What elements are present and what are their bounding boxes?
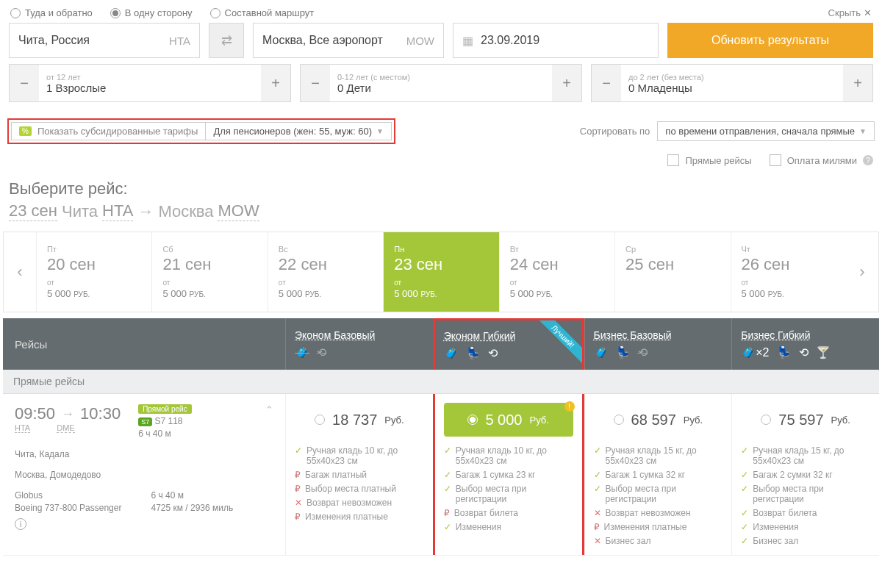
- feature-icon: ₽: [594, 522, 600, 532]
- duration-2: 6 ч 40 м: [151, 490, 233, 501]
- luggage-icon: 🧳: [444, 346, 459, 360]
- flight-row: 09:50→10:30 HTADME Прямой рейс S7 S7 118…: [3, 394, 879, 556]
- fare-header-biz-basic[interactable]: Бизнес Базовый 🧳💺⟲: [584, 318, 732, 370]
- subsidized-toggle[interactable]: % Показать субсидированные тарифы: [11, 122, 206, 140]
- children-plus[interactable]: +: [552, 65, 581, 101]
- feature-item: ✓Багаж 2 сумки 32 кг: [741, 470, 870, 480]
- chevron-down-icon: ▼: [859, 127, 867, 135]
- adults-minus[interactable]: −: [10, 65, 39, 101]
- feature-item: ₽Изменения платные: [594, 522, 723, 532]
- dates-next-button[interactable]: ›: [846, 232, 878, 312]
- feature-icon: ✕: [594, 536, 601, 546]
- feature-icon: ✓: [741, 536, 748, 546]
- calendar-icon: ▦: [462, 34, 473, 48]
- feature-icon: ✓: [741, 470, 748, 480]
- help-icon: ?: [863, 155, 873, 165]
- info-icon[interactable]: i: [15, 518, 26, 530]
- adults-plus[interactable]: +: [261, 65, 290, 101]
- feature-item: ✕Возврат невозможен: [594, 508, 723, 518]
- pay-miles-checkbox[interactable]: Оплата милями?: [770, 154, 873, 166]
- luggage-off-icon: 🧳: [295, 345, 309, 359]
- sort-select[interactable]: по времени отправления, сначала прямые ▼: [657, 121, 875, 141]
- day-2[interactable]: Вс22 сенот5 000 РУБ.: [268, 232, 383, 312]
- day-3-selected[interactable]: Пн23 сенот5 000 РУБ.: [383, 232, 498, 312]
- feature-item: ✓Возврат билета: [741, 508, 870, 518]
- price-econ-flex[interactable]: 5 000Руб.!: [444, 403, 573, 437]
- feature-item: ✓Изменения: [444, 522, 573, 532]
- feature-icon: ₽: [295, 470, 301, 480]
- fare-header-flights: Рейсы: [3, 318, 285, 370]
- feature-item: ✕Бизнес зал: [594, 536, 723, 546]
- day-0[interactable]: Пт20 сенот5 000 РУБ.: [36, 232, 151, 312]
- feature-item: ✓Выбор места при регистрации: [444, 484, 573, 504]
- feature-item: ₽Изменения платные: [295, 512, 424, 522]
- adults-stepper: − от 12 лет1 Взрослые +: [9, 64, 291, 102]
- refresh-icon: ⟲: [488, 346, 498, 360]
- collapse-button[interactable]: ⌃: [265, 404, 273, 415]
- subsidized-select[interactable]: Для пенсионеров (жен: 55, муж: 60) ▼: [206, 122, 392, 140]
- update-results-button[interactable]: Обновить результаты: [667, 23, 873, 58]
- feature-item: ₽Выбор места платный: [295, 484, 424, 494]
- feature-item: ✓Бизнес зал: [741, 536, 870, 546]
- dep-code: HTA: [15, 423, 30, 433]
- date-field[interactable]: ▦: [453, 23, 659, 58]
- seat-icon: 💺: [777, 345, 792, 359]
- feature-item: ✓Ручная кладь 10 кг, до 55x40x23 см: [295, 445, 424, 466]
- from-code: HTA: [169, 35, 190, 47]
- from-field[interactable]: HTA: [9, 23, 200, 58]
- feature-item: ₽Возврат билета: [444, 508, 573, 518]
- feature-item: ✓Ручная кладь 15 кг, до 55x40x23 см: [741, 445, 870, 466]
- fare-header-biz-flex[interactable]: Бизнес Гибкий 🧳×2💺⟲🍸: [731, 318, 879, 370]
- day-4[interactable]: Вт24 сенот5 000 РУБ.: [499, 232, 614, 312]
- feature-item: ✓Выбор места при регистрации: [741, 484, 870, 504]
- refresh-off-icon: ⟲: [638, 345, 648, 359]
- sort-label: Сортировать по: [580, 126, 650, 137]
- feature-icon: ₽: [295, 484, 301, 494]
- feature-icon: ✓: [444, 522, 451, 532]
- percent-badge-icon: %: [19, 126, 32, 136]
- trip-oneway[interactable]: В одну сторону: [110, 7, 193, 18]
- to-field[interactable]: MOW: [253, 23, 444, 58]
- arr-airport: Москва, Домодедово: [15, 470, 273, 480]
- date-input[interactable]: [481, 34, 628, 47]
- feature-item: ✓Багаж 1 сумка 23 кг: [444, 470, 573, 480]
- swap-button[interactable]: ⇄: [209, 23, 244, 58]
- feature-icon: ✕: [295, 498, 302, 508]
- feature-item: ₽Багаж платный: [295, 470, 424, 480]
- carrier: Globus: [15, 490, 121, 501]
- from-input[interactable]: [18, 34, 169, 47]
- infants-plus[interactable]: +: [843, 65, 872, 101]
- direct-flights-checkbox[interactable]: Прямые рейсы: [667, 154, 751, 166]
- trip-multi[interactable]: Составной маршрут: [210, 7, 315, 18]
- date-strip: ‹ Пт20 сенот5 000 РУБ. Сб21 сенот5 000 Р…: [3, 232, 879, 312]
- to-input[interactable]: [262, 34, 406, 47]
- day-1[interactable]: Сб21 сенот5 000 РУБ.: [151, 232, 267, 312]
- direct-flights-label: Прямые рейсы: [3, 370, 879, 394]
- fare-header-econ-basic[interactable]: Эконом Базовый 🧳⟲: [285, 318, 433, 370]
- feature-item: ✓Ручная кладь 15 кг, до 55x40x23 см: [594, 445, 723, 466]
- dates-prev-button[interactable]: ‹: [4, 232, 36, 312]
- infants-minus[interactable]: −: [592, 65, 621, 101]
- feature-item: ✕Возврат невозможен: [295, 498, 424, 508]
- fare-cell-biz-basic: 68 597Руб. ✓Ручная кладь 15 кг, до 55x40…: [584, 394, 732, 555]
- price-biz-basic[interactable]: 68 597Руб.: [594, 403, 723, 437]
- fare-header-econ-flex[interactable]: Лучший! Эконом Гибкий 🧳💺⟲: [433, 318, 584, 370]
- trip-roundtrip[interactable]: Туда и обратно: [10, 7, 93, 18]
- price-econ-basic[interactable]: 18 737Руб.: [295, 403, 424, 437]
- feature-icon: ✓: [594, 484, 601, 494]
- luggage-icon: 🧳×2: [741, 345, 769, 359]
- infants-stepper: − до 2 лет (без места)0 Младенцы +: [591, 64, 873, 102]
- seat-icon: 💺: [466, 346, 481, 360]
- hide-link[interactable]: Скрыть ✕: [828, 7, 872, 18]
- feature-icon: ✓: [741, 508, 748, 518]
- refresh-off-icon: ⟲: [317, 345, 326, 359]
- children-minus[interactable]: −: [301, 65, 330, 101]
- day-5[interactable]: Ср25 сен··: [614, 232, 730, 312]
- price-biz-flex[interactable]: 75 597Руб.: [741, 403, 870, 437]
- aircraft: Boeing 737-800 Passenger: [15, 503, 121, 513]
- warning-icon: !: [564, 401, 575, 412]
- direct-badge: Прямой рейс: [138, 404, 192, 414]
- day-6[interactable]: Чт26 сенот5 000 РУБ.: [731, 232, 846, 312]
- s7-logo: S7: [138, 417, 152, 426]
- feature-icon: ✓: [741, 445, 748, 456]
